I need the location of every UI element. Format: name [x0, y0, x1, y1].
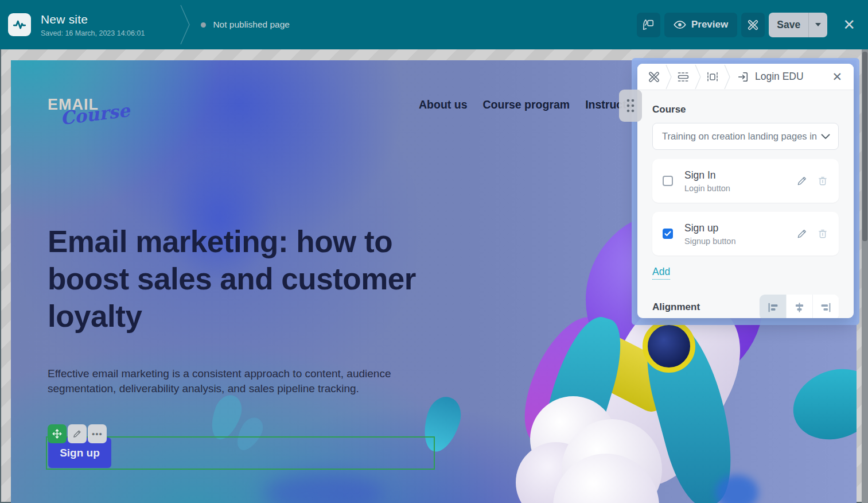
breadcrumb-chevron	[694, 64, 702, 90]
align-left-button[interactable]	[760, 295, 786, 318]
nav-about-us[interactable]: About us	[419, 98, 467, 111]
crossed-tools-icon	[746, 18, 760, 32]
align-center-icon	[793, 301, 805, 314]
preview-button[interactable]: Preview	[664, 13, 737, 37]
topbar-actions: Preview Save ✕	[637, 13, 860, 37]
settings-panel: Login EDU ✕ Course Training on creation …	[637, 64, 854, 318]
login-icon	[737, 71, 749, 83]
panel-breadcrumb: Login EDU ✕	[637, 64, 854, 90]
decor-streak	[263, 474, 384, 503]
align-right-icon	[820, 301, 832, 314]
status-text: Not published page	[213, 20, 290, 30]
breadcrumb-chevron	[723, 64, 731, 90]
signup-checkbox[interactable]	[663, 229, 673, 239]
item-subtitle: Login button	[684, 184, 730, 193]
decor-blue-blob	[715, 475, 758, 503]
close-editor-button[interactable]: ✕	[838, 15, 860, 34]
saved-timestamp: Saved: 16 March, 2023 14:06:01	[41, 29, 145, 37]
course-select[interactable]: Training on creation landing pages in	[652, 123, 839, 150]
site-builder-window: New site Saved: 16 March, 2023 14:06:01 …	[0, 0, 868, 503]
breadcrumb-tools-icon[interactable]	[645, 70, 663, 84]
pencil-icon[interactable]	[796, 228, 808, 239]
alignment-label: Alignment	[652, 301, 700, 313]
edit-element-button[interactable]	[68, 424, 87, 443]
save-button-group: Save	[769, 13, 827, 37]
align-center-button[interactable]	[786, 295, 812, 318]
save-dropdown-button[interactable]	[808, 13, 827, 37]
item-title: Sign In	[684, 169, 730, 181]
item-texts: Sign In Login button	[684, 169, 730, 193]
trash-icon[interactable]	[817, 228, 828, 239]
align-left-icon	[767, 301, 779, 314]
breadcrumb-chevron	[665, 64, 672, 90]
decor-teal-disk	[783, 358, 857, 451]
settings-panel-wrapper: Login EDU ✕ Course Training on creation …	[632, 58, 859, 325]
course-label: Course	[652, 104, 839, 115]
style-pen-icon	[642, 18, 655, 31]
alignment-button-group	[760, 295, 839, 318]
align-right-button[interactable]	[812, 295, 839, 318]
rocket-porthole	[643, 320, 695, 373]
pencil-icon[interactable]	[796, 175, 808, 187]
publish-status: Not published page	[201, 20, 290, 30]
hero-heading: Email marketing: how to boost sales and …	[48, 223, 418, 335]
ellipsis-icon: •••	[92, 430, 103, 438]
panel-close-button[interactable]: ✕	[828, 69, 846, 85]
scrollbar[interactable]	[862, 49, 868, 503]
move-icon	[52, 428, 63, 439]
item-texts: Sign up Signup button	[684, 222, 736, 246]
trash-icon[interactable]	[817, 175, 828, 187]
style-settings-button[interactable]	[637, 13, 660, 37]
panel-body: Course Training on creation landing page…	[637, 90, 854, 318]
panel-title: Login EDU	[755, 71, 804, 83]
course-select-value: Training on creation landing pages in	[662, 131, 821, 142]
breadcrumb-current: Login EDU	[737, 71, 804, 83]
topbar: New site Saved: 16 March, 2023 14:06:01 …	[0, 0, 868, 49]
page-settings-button[interactable]	[741, 13, 765, 37]
add-button-link[interactable]: Add	[652, 266, 670, 280]
preview-label: Preview	[691, 19, 728, 30]
site-title-block: New site Saved: 16 March, 2023 14:06:01	[41, 13, 145, 37]
signup-button-item: Sign up Signup button	[652, 212, 839, 256]
caret-down-icon	[815, 23, 821, 26]
signin-checkbox[interactable]	[663, 176, 673, 186]
chevron-separator	[179, 4, 192, 45]
item-subtitle: Signup button	[684, 237, 736, 246]
item-title: Sign up	[684, 222, 736, 234]
element-toolbar: •••	[48, 424, 107, 443]
pulse-icon[interactable]	[8, 13, 31, 36]
eye-icon	[674, 20, 686, 29]
panel-drag-handle[interactable]	[619, 90, 642, 122]
breadcrumb-section-icon[interactable]	[675, 70, 692, 84]
site-logo[interactable]: EMAIL Course	[48, 94, 174, 134]
site-title: New site	[41, 13, 145, 26]
pencil-icon	[72, 429, 82, 439]
alignment-row: Alignment	[652, 295, 839, 318]
more-options-button[interactable]: •••	[88, 424, 107, 443]
item-actions	[796, 228, 828, 239]
move-button[interactable]	[48, 424, 67, 443]
scrollbar-thumb[interactable]	[862, 52, 867, 241]
breadcrumb-block-icon[interactable]	[704, 70, 721, 84]
page-nav: About us Course program Instructors	[419, 98, 644, 111]
status-dot-icon	[201, 22, 206, 28]
drag-dots-icon	[625, 98, 636, 114]
item-actions	[796, 175, 828, 187]
nav-course-program[interactable]: Course program	[482, 98, 570, 111]
chevron-down-icon	[821, 134, 830, 140]
login-button-item: Sign In Login button	[652, 159, 839, 203]
hero-paragraph: Effective email marketing is a consisten…	[48, 366, 395, 396]
save-button[interactable]: Save	[769, 13, 808, 37]
